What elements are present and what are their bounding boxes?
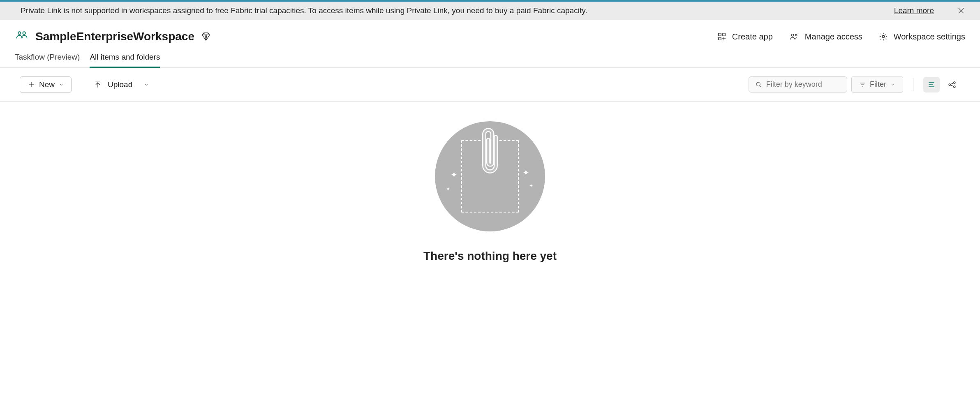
- diamond-icon: [201, 32, 211, 42]
- workspace-icon: [15, 30, 29, 44]
- filter-input-wrap[interactable]: [749, 76, 847, 92]
- create-app-button[interactable]: Create app: [717, 32, 773, 42]
- filter-label: Filter: [870, 80, 886, 89]
- tab-taskflow[interactable]: Taskflow (Preview): [15, 53, 80, 67]
- paperclip-icon: [478, 125, 502, 183]
- lineage-icon: [948, 81, 956, 89]
- svg-rect-4: [719, 37, 721, 40]
- svg-point-10: [954, 81, 955, 83]
- close-notification-button[interactable]: [955, 6, 968, 16]
- filter-input[interactable]: [766, 80, 840, 89]
- upload-button[interactable]: Upload: [88, 77, 155, 92]
- chevron-down-icon: [144, 82, 149, 87]
- people-icon: [789, 32, 799, 41]
- notification-message: Private Link is not supported in workspa…: [21, 6, 894, 15]
- svg-rect-2: [719, 33, 721, 36]
- notification-bar: Private Link is not supported in workspa…: [0, 2, 980, 20]
- tab-all-items[interactable]: All items and folders: [90, 53, 160, 67]
- new-label: New: [39, 80, 55, 89]
- filter-button[interactable]: Filter: [851, 76, 903, 93]
- gear-icon: [879, 32, 888, 41]
- workspace-header: SampleEnterpriseWorkspace Create app Man…: [0, 20, 980, 47]
- create-app-label: Create app: [732, 32, 773, 42]
- list-view-toggle[interactable]: [923, 77, 940, 92]
- toolbar-divider: [913, 78, 913, 91]
- manage-access-label: Manage access: [805, 32, 862, 42]
- workspace-title: SampleEnterpriseWorkspace: [35, 30, 194, 43]
- empty-title: There's nothing here yet: [423, 250, 557, 263]
- chevron-down-icon: [59, 82, 64, 87]
- svg-point-7: [882, 35, 885, 38]
- chevron-down-icon: [890, 82, 895, 87]
- search-icon: [756, 81, 762, 88]
- close-icon: [958, 7, 964, 14]
- lineage-view-toggle[interactable]: [944, 77, 960, 92]
- upload-icon: [94, 81, 102, 89]
- tabs: Taskflow (Preview) All items and folders: [0, 47, 980, 68]
- toolbar: New Upload Filter: [0, 68, 980, 102]
- list-icon: [927, 81, 936, 89]
- workspace-settings-label: Workspace settings: [894, 32, 965, 42]
- svg-point-5: [791, 34, 794, 37]
- manage-access-button[interactable]: Manage access: [789, 32, 862, 42]
- learn-more-link[interactable]: Learn more: [894, 6, 934, 15]
- svg-point-0: [18, 32, 21, 35]
- svg-point-6: [795, 34, 797, 36]
- filter-icon: [859, 81, 866, 88]
- svg-point-1: [23, 32, 25, 35]
- svg-point-9: [949, 83, 950, 85]
- new-button[interactable]: New: [20, 76, 72, 93]
- plus-icon: [28, 81, 35, 88]
- workspace-settings-button[interactable]: Workspace settings: [879, 32, 965, 42]
- empty-state: ✦ ✦ ✦ ✦ There's nothing here yet: [0, 102, 980, 263]
- app-icon: [717, 32, 726, 41]
- upload-label: Upload: [108, 80, 132, 89]
- empty-illustration: ✦ ✦ ✦ ✦: [435, 121, 545, 231]
- svg-rect-3: [723, 33, 725, 36]
- svg-point-8: [756, 82, 760, 86]
- svg-point-11: [954, 86, 955, 87]
